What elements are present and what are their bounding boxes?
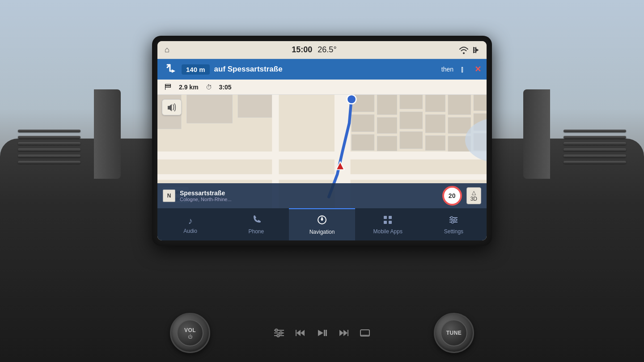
svg-point-44 <box>452 221 454 223</box>
settings-label: Settings <box>444 228 463 235</box>
center-controls <box>272 326 372 340</box>
route-eta: 3:05 <box>219 84 232 91</box>
navigation-icon <box>317 215 327 227</box>
svg-marker-58 <box>343 330 347 336</box>
next-track-button[interactable] <box>336 326 351 340</box>
current-street-city: Cologne, North-Rhine... <box>180 197 438 202</box>
vent-slat <box>564 161 626 164</box>
svg-rect-28 <box>157 174 487 180</box>
svg-marker-57 <box>339 330 343 336</box>
screen: ⌂ 15:00 26.5° <box>157 41 487 240</box>
dashboard: ⌂ 15:00 26.5° <box>0 0 644 362</box>
svg-rect-55 <box>324 330 325 336</box>
view-3d-button[interactable]: △ 3D <box>466 187 481 204</box>
physical-controls: VOL ⏻ <box>170 313 474 353</box>
audio-label: Audio <box>183 228 197 234</box>
turn-street-name: auf Spessartstraße <box>214 65 437 74</box>
route-distance: 2.9 km <box>179 84 199 91</box>
svg-rect-7 <box>400 95 423 109</box>
svg-rect-3 <box>187 95 233 123</box>
current-street-info: Spessartstraße Cologne, North-Rhine... <box>180 189 438 202</box>
status-icons <box>459 45 479 55</box>
svg-rect-20 <box>377 136 397 151</box>
time-temp-display: 15:00 26.5° <box>292 45 336 55</box>
svg-marker-51 <box>297 330 301 336</box>
settings-icon <box>449 215 458 227</box>
map-area[interactable]: ≡ Menu Industries N Spessartstraße Colog… <box>157 95 487 208</box>
side-strip-left <box>94 89 121 179</box>
svg-rect-38 <box>389 221 392 224</box>
previous-track-button[interactable] <box>293 326 308 340</box>
clock-display: 15:00 <box>292 45 312 55</box>
svg-rect-12 <box>352 114 374 131</box>
equalizer-button[interactable] <box>272 326 286 340</box>
vent-slat <box>564 130 626 132</box>
turn-distance-badge: 140 m <box>182 64 210 75</box>
phone-icon <box>252 215 261 227</box>
current-street-name: Spessartstraße <box>180 189 438 197</box>
screen-container: ⌂ 15:00 26.5° <box>152 36 492 246</box>
svg-rect-59 <box>347 330 348 336</box>
svg-rect-37 <box>384 221 387 224</box>
vol-knob[interactable]: VOL ⏻ <box>170 313 210 353</box>
svg-rect-15 <box>425 114 445 133</box>
route-info-bar: ⛿ 2.9 km ⏱ 3:05 <box>157 80 487 95</box>
clock-icon: ⏱ <box>206 84 212 91</box>
svg-rect-6 <box>377 95 397 114</box>
svg-point-49 <box>280 332 282 334</box>
nav-item-phone[interactable]: Phone <box>223 208 289 240</box>
vent-slat <box>564 136 626 139</box>
mobile-apps-icon <box>383 215 392 227</box>
svg-marker-52 <box>301 330 305 336</box>
svg-rect-8 <box>425 95 445 112</box>
svg-rect-21 <box>400 132 423 149</box>
tune-label: TUNE <box>446 330 462 336</box>
power-icon: ⏻ <box>188 334 193 339</box>
tune-knob-inner: TUNE <box>441 320 467 346</box>
map-info-overlay: N Spessartstraße Cologne, North-Rhine...… <box>157 183 487 208</box>
svg-point-50 <box>277 334 280 337</box>
vent-slat <box>18 142 80 145</box>
svg-rect-9 <box>448 95 471 114</box>
svg-rect-19 <box>352 135 374 151</box>
nav-item-settings[interactable]: Settings <box>421 208 487 240</box>
svg-rect-22 <box>425 135 445 150</box>
tune-knob[interactable]: TUNE <box>434 313 474 353</box>
svg-marker-54 <box>318 330 323 336</box>
phone-label: Phone <box>248 228 264 235</box>
svg-point-42 <box>451 216 453 219</box>
navigation-label: Navigation <box>309 229 335 235</box>
map-view-icon: △ <box>472 189 476 196</box>
close-navigation-button[interactable]: ✕ <box>475 64 481 74</box>
svg-rect-10 <box>474 95 487 111</box>
speed-limit-sign: 20 <box>442 186 462 206</box>
svg-rect-53 <box>296 330 297 336</box>
svg-rect-16 <box>448 118 471 134</box>
home-icon[interactable]: ⌂ <box>165 45 169 55</box>
vol-label: VOL <box>184 327 196 333</box>
nav-item-mobile-apps[interactable]: Mobile Apps <box>355 208 421 240</box>
svg-point-30 <box>347 95 356 104</box>
audio-icon: ♪ <box>188 216 193 226</box>
svg-rect-4 <box>238 95 272 118</box>
vent-right <box>559 125 631 215</box>
vent-slat <box>18 148 80 151</box>
svg-rect-56 <box>326 330 327 336</box>
vent-slat <box>564 142 626 145</box>
vent-slat <box>18 136 80 139</box>
view-3d-label: 3D <box>470 196 477 202</box>
screen-button[interactable] <box>358 326 372 340</box>
nav-item-navigation[interactable]: Navigation <box>289 208 355 240</box>
wifi-icon <box>459 46 469 54</box>
nav-direction-bar: 140 m auf Spessartstraße then ⫿ ✕ <box>157 59 487 80</box>
vent-left <box>13 125 85 215</box>
svg-point-43 <box>454 219 457 221</box>
nav-item-audio[interactable]: ♪ Audio <box>157 208 223 240</box>
play-pause-button[interactable] <box>315 326 329 340</box>
vent-slat <box>564 148 626 151</box>
compass-indicator: N <box>163 189 175 202</box>
svg-rect-35 <box>384 216 387 219</box>
temperature-display: 26.5° <box>318 45 336 55</box>
volume-button[interactable] <box>162 99 182 115</box>
next-turn-icon: ⫿ <box>461 65 465 74</box>
